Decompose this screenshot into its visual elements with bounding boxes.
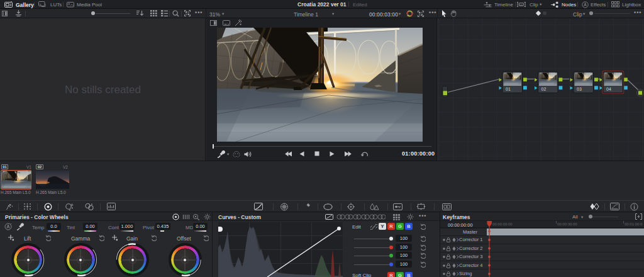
svg-text:01: 01 xyxy=(506,87,511,91)
svg-text:03: 03 xyxy=(577,87,582,91)
svg-text:02: 02 xyxy=(541,87,547,91)
svg-text:04: 04 xyxy=(606,87,611,91)
